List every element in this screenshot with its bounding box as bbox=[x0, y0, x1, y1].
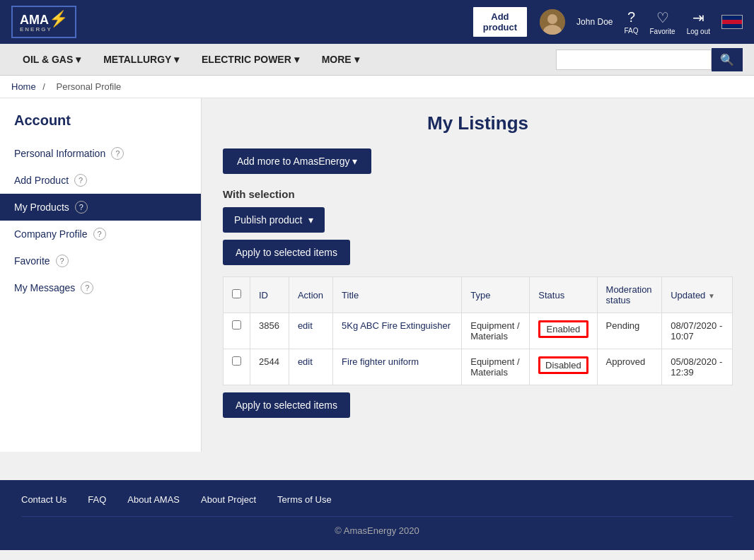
row1-edit-link[interactable]: edit bbox=[298, 320, 313, 331]
help-icon-my-products[interactable]: ? bbox=[75, 201, 88, 214]
publish-dropdown-wrap: Publish product ▾ bbox=[223, 207, 733, 233]
footer-faq[interactable]: FAQ bbox=[88, 494, 106, 505]
apply-bottom-button[interactable]: Apply to selected items bbox=[223, 392, 350, 418]
th-type: Type bbox=[462, 277, 530, 313]
bolt-icon: ⚡ bbox=[49, 10, 68, 28]
avatar[interactable] bbox=[540, 9, 565, 35]
main-layout: Account Personal Information ? Add Produ… bbox=[0, 98, 754, 452]
sidebar-label-my-messages: My Messages bbox=[14, 282, 75, 293]
nav-oil-gas[interactable]: OIL & GAS ▾ bbox=[11, 44, 92, 75]
footer-terms[interactable]: Terms of Use bbox=[277, 494, 332, 505]
logo[interactable]: AMA⚡ ENERGY bbox=[11, 6, 76, 38]
chevron-down-icon: ▾ bbox=[308, 214, 313, 226]
apply-top-button[interactable]: Apply to selected items bbox=[223, 240, 350, 265]
help-icon-personal[interactable]: ? bbox=[111, 147, 124, 160]
th-status: Status bbox=[530, 277, 597, 313]
th-checkbox bbox=[224, 277, 250, 313]
row2-checkbox[interactable] bbox=[232, 356, 241, 366]
table-row: 3856 edit 5Kg ABC Fire Extinguisher Equi… bbox=[224, 313, 733, 349]
footer: Contact Us FAQ About AMAS About Project … bbox=[0, 480, 754, 550]
th-action: Action bbox=[289, 277, 332, 313]
th-moderation: Moderationstatus bbox=[597, 277, 662, 313]
row2-title-link[interactable]: Fire fighter uniform bbox=[342, 356, 419, 367]
row1-action: edit bbox=[289, 313, 332, 349]
help-icon-company-profile[interactable]: ? bbox=[93, 228, 106, 240]
search-button[interactable]: 🔍 bbox=[712, 48, 743, 71]
table-row: 2544 edit Fire fighter uniform Equipment… bbox=[224, 349, 733, 385]
nav-metallurgy[interactable]: METALLURGY ▾ bbox=[92, 44, 190, 75]
help-icon-favorite[interactable]: ? bbox=[56, 255, 69, 267]
help-icon-my-messages[interactable]: ? bbox=[81, 281, 93, 294]
sidebar-label-add-product: Add Product bbox=[14, 175, 69, 186]
row1-checkbox-cell bbox=[224, 313, 250, 349]
footer-links: Contact Us FAQ About AMAS About Project … bbox=[21, 494, 733, 505]
sort-icon: ▼ bbox=[708, 292, 715, 300]
select-all-checkbox[interactable] bbox=[232, 289, 241, 298]
footer-about-amas[interactable]: About AMAS bbox=[127, 494, 180, 505]
row1-type: Equipment /Materials bbox=[462, 313, 530, 349]
row2-status-cell: Disabled bbox=[530, 349, 597, 385]
nav-more[interactable]: MORE ▾ bbox=[311, 44, 371, 75]
logo-text: AMA⚡ ENERGY bbox=[20, 11, 68, 33]
favorite-button[interactable]: ♡ Favorite bbox=[650, 9, 675, 35]
row1-moderation: Pending bbox=[597, 313, 662, 349]
user-name-label: John Doe bbox=[576, 17, 613, 27]
row1-id: 3856 bbox=[250, 313, 289, 349]
sidebar-label-personal-information: Personal Information bbox=[14, 148, 105, 159]
footer-copyright: © AmasEnergy 2020 bbox=[21, 516, 733, 536]
main-nav: OIL & GAS ▾ METALLURGY ▾ ELECTRIC POWER … bbox=[0, 44, 754, 76]
sidebar-label-my-products: My Products bbox=[14, 202, 69, 213]
th-title: Title bbox=[333, 277, 462, 313]
sidebar-item-company-profile[interactable]: Company Profile ? bbox=[0, 221, 201, 247]
breadcrumb-current: Personal Profile bbox=[57, 81, 122, 92]
svg-point-1 bbox=[547, 14, 557, 24]
faq-button[interactable]: ? FAQ bbox=[624, 9, 638, 35]
row2-edit-link[interactable]: edit bbox=[298, 356, 313, 367]
row2-status-badge: Disabled bbox=[538, 356, 588, 374]
header: AMA⚡ ENERGY Add product John Doe ? FAQ ♡… bbox=[0, 0, 754, 44]
row1-status-cell: Enabled bbox=[530, 313, 597, 349]
sidebar-label-favorite: Favorite bbox=[14, 255, 50, 267]
search-input[interactable] bbox=[556, 49, 712, 70]
listings-table: ID Action Title Type Status Moderationst… bbox=[223, 276, 733, 385]
sidebar-item-favorite[interactable]: Favorite ? bbox=[0, 247, 201, 274]
row1-title-link[interactable]: 5Kg ABC Fire Extinguisher bbox=[342, 320, 451, 331]
sidebar-label-company-profile: Company Profile bbox=[14, 228, 88, 240]
sidebar-item-my-messages[interactable]: My Messages ? bbox=[0, 274, 201, 301]
sidebar-item-add-product[interactable]: Add Product ? bbox=[0, 167, 201, 194]
sidebar: Account Personal Information ? Add Produ… bbox=[0, 98, 202, 452]
sidebar-item-my-products[interactable]: My Products ? bbox=[0, 194, 201, 221]
footer-contact[interactable]: Contact Us bbox=[21, 494, 66, 505]
breadcrumb-separator: / bbox=[42, 81, 45, 92]
row1-title: 5Kg ABC Fire Extinguisher bbox=[333, 313, 462, 349]
breadcrumb: Home / Personal Profile bbox=[0, 76, 754, 98]
breadcrumb-home[interactable]: Home bbox=[11, 81, 36, 92]
flag-icon bbox=[721, 15, 743, 29]
help-icon-add-product[interactable]: ? bbox=[74, 174, 87, 187]
publish-dropdown-button[interactable]: Publish product ▾ bbox=[223, 207, 325, 233]
page-title: My Listings bbox=[223, 112, 733, 134]
with-selection-label: With selection bbox=[223, 188, 733, 200]
row1-checkbox[interactable] bbox=[232, 320, 241, 329]
logout-button[interactable]: ⇥ Log out bbox=[687, 9, 710, 35]
row2-checkbox-cell bbox=[224, 349, 250, 385]
th-id: ID bbox=[250, 277, 289, 313]
search-area: 🔍 bbox=[556, 48, 743, 71]
logo-sub: ENERGY bbox=[20, 27, 68, 33]
table-header-row: ID Action Title Type Status Moderationst… bbox=[224, 277, 733, 313]
row2-title: Fire fighter uniform bbox=[333, 349, 462, 385]
nav-electric-power[interactable]: ELECTRIC POWER ▾ bbox=[190, 44, 311, 75]
row1-status-badge: Enabled bbox=[538, 320, 588, 338]
main-content: My Listings Add more to AmasEnergy ▾ Wit… bbox=[202, 98, 754, 452]
sidebar-title: Account bbox=[0, 112, 201, 140]
add-product-button[interactable]: Add product bbox=[472, 6, 528, 38]
row2-id: 2544 bbox=[250, 349, 289, 385]
row2-moderation: Approved bbox=[597, 349, 662, 385]
sidebar-item-personal-information[interactable]: Personal Information ? bbox=[0, 140, 201, 167]
row2-action: edit bbox=[289, 349, 332, 385]
row1-updated: 08/07/2020 -10:07 bbox=[662, 313, 733, 349]
row2-updated: 05/08/2020 -12:39 bbox=[662, 349, 733, 385]
add-more-button[interactable]: Add more to AmasEnergy ▾ bbox=[223, 148, 371, 174]
footer-about-project[interactable]: About Project bbox=[201, 494, 256, 505]
row2-type: Equipment /Materials bbox=[462, 349, 530, 385]
